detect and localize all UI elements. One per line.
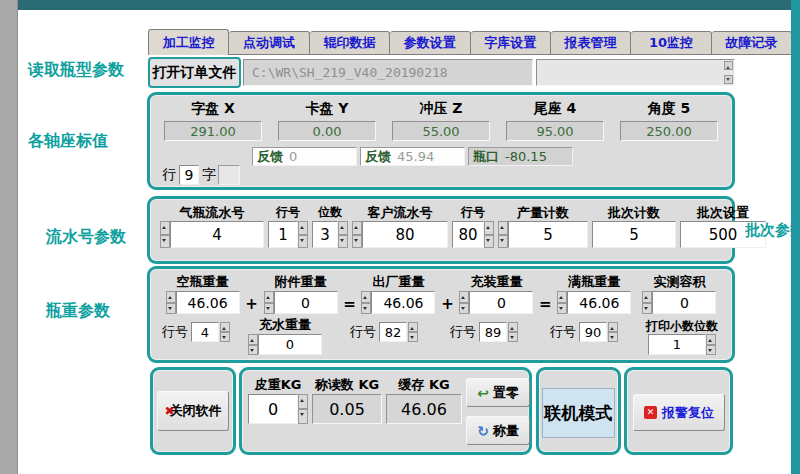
spinner-up-icon[interactable] — [298, 221, 308, 235]
water-weight-spinner[interactable] — [248, 334, 258, 355]
alarm-reset-button[interactable]: ✕ 报警复位 — [633, 394, 725, 431]
spinner-up-icon[interactable] — [166, 291, 176, 303]
spinner-down-icon[interactable] — [338, 235, 348, 249]
full-weight-input[interactable] — [567, 291, 631, 314]
rowno4-spinner[interactable] — [608, 322, 618, 342]
rowno1-spinner[interactable] — [220, 322, 230, 342]
spinner-down-icon[interactable] — [508, 332, 518, 342]
open-order-file-button[interactable]: 打开订单文件 — [148, 57, 241, 88]
spinner-up-icon[interactable] — [220, 322, 230, 332]
empty-weight-spinner[interactable] — [166, 291, 176, 314]
spinner-up-icon[interactable] — [608, 322, 618, 332]
spinner-down-icon[interactable] — [220, 332, 230, 342]
weigh-button[interactable]: ↻ 称量 — [466, 416, 530, 445]
customer-serial-spinner[interactable] — [352, 221, 362, 248]
tare-spinner[interactable] — [298, 394, 308, 424]
close-software-button[interactable]: ✖ 关闭软件 — [157, 391, 229, 431]
spinner-up-icon[interactable] — [557, 291, 567, 303]
spinner-down-icon[interactable] — [608, 332, 618, 342]
tab-roll-print-data[interactable]: 辊印数据 — [310, 31, 390, 55]
serial-row1-input[interactable] — [268, 221, 298, 248]
tare-input[interactable] — [248, 394, 298, 424]
serial-row1-spinner[interactable] — [298, 221, 308, 248]
char-input[interactable] — [218, 165, 240, 185]
fill-weight-input[interactable] — [469, 291, 533, 314]
scroll-down-icon[interactable] — [724, 75, 733, 84]
rowno3-input[interactable] — [479, 322, 507, 342]
spinner-up-icon[interactable] — [706, 334, 716, 345]
customer-serial-input[interactable] — [362, 221, 448, 248]
spinner-up-icon[interactable] — [508, 322, 518, 332]
spinner-up-icon[interactable] — [498, 221, 508, 235]
serial-row2-spinner[interactable] — [484, 221, 494, 248]
water-weight-input[interactable] — [258, 334, 322, 355]
digits-spinner[interactable] — [338, 221, 348, 248]
spinner-up-icon[interactable] — [361, 291, 371, 303]
spinner-up-icon[interactable] — [484, 221, 494, 235]
spinner-down-icon[interactable] — [352, 235, 362, 249]
spinner-down-icon[interactable] — [408, 332, 418, 342]
spinner-down-icon[interactable] — [298, 235, 308, 249]
spinner-down-icon[interactable] — [160, 235, 170, 249]
factory-weight-input[interactable] — [371, 291, 435, 314]
spinner-down-icon[interactable] — [298, 409, 308, 424]
factory-weight-spinner[interactable] — [361, 291, 371, 314]
spinner-down-icon[interactable] — [166, 303, 176, 315]
spinner-up-icon[interactable] — [248, 334, 258, 345]
spinner-up-icon[interactable] — [352, 221, 362, 235]
rowno4-input[interactable] — [579, 322, 607, 342]
spinner-down-icon[interactable] — [557, 303, 567, 315]
bottle-serial-label: 气瓶流水号 — [160, 204, 264, 221]
full-weight-spinner[interactable] — [557, 291, 567, 314]
empty-weight-input[interactable] — [176, 291, 240, 314]
tab-font-library[interactable]: 字库设置 — [471, 31, 551, 55]
rowno3-spinner[interactable] — [508, 322, 518, 342]
bottle-serial-input[interactable] — [170, 221, 264, 248]
zero-button[interactable]: ↩ 置零 — [466, 378, 530, 407]
tab-fault-log[interactable]: 故障记录 — [712, 31, 792, 55]
spinner-up-icon[interactable] — [642, 291, 652, 303]
spinner-down-icon[interactable] — [459, 303, 469, 315]
spinner-down-icon[interactable] — [248, 345, 258, 356]
order-file-listbox[interactable] — [536, 59, 735, 86]
bottle-serial-spinner[interactable] — [160, 221, 170, 248]
digits-input[interactable] — [312, 221, 338, 248]
spinner-down-icon[interactable] — [706, 345, 716, 356]
attachment-weight-spinner[interactable] — [264, 291, 274, 314]
spinner-up-icon[interactable] — [160, 221, 170, 235]
spinner-up-icon[interactable] — [408, 322, 418, 332]
fill-weight-spinner[interactable] — [459, 291, 469, 314]
measured-volume-spinner[interactable] — [642, 291, 652, 314]
print-decimals-spinner[interactable] — [706, 334, 716, 355]
serial-row2-input[interactable] — [452, 221, 484, 248]
spinner-up-icon[interactable] — [459, 291, 469, 303]
row-number-input[interactable] — [179, 165, 199, 185]
scroll-up-icon[interactable] — [724, 61, 733, 70]
print-decimals-input[interactable] — [648, 334, 706, 355]
measured-volume-input[interactable] — [652, 291, 716, 314]
rowno1-input[interactable] — [191, 322, 219, 342]
tab-jog-debug[interactable]: 点动调试 — [229, 31, 309, 55]
spinner-down-icon[interactable] — [642, 303, 652, 315]
batch-count-input[interactable] — [592, 221, 676, 248]
digits-label: 位数 — [312, 204, 348, 221]
tab-report-management[interactable]: 报表管理 — [551, 31, 631, 55]
output-count-spinner[interactable] — [498, 221, 508, 248]
tab-machining-monitor[interactable]: 加工监控 — [148, 29, 229, 55]
tab-io-monitor[interactable]: 10监控 — [631, 31, 711, 55]
spinner-up-icon[interactable] — [264, 291, 274, 303]
rowno2-input[interactable] — [379, 322, 407, 342]
spinner-down-icon[interactable] — [498, 235, 508, 249]
output-count-input[interactable] — [508, 221, 588, 248]
attachment-weight-input[interactable] — [274, 291, 338, 314]
rowno2-spinner[interactable] — [408, 322, 418, 342]
spinner-down-icon[interactable] — [484, 235, 494, 249]
weigh-refresh-icon: ↻ — [477, 423, 489, 439]
spinner-up-icon[interactable] — [338, 221, 348, 235]
spinner-down-icon[interactable] — [264, 303, 274, 315]
tab-parameter-settings[interactable]: 参数设置 — [390, 31, 470, 55]
order-file-path-field[interactable]: C:\WR\SH_219_V40_20190218 — [243, 59, 533, 86]
online-mode-button[interactable]: 联机模式 — [542, 388, 615, 438]
spinner-down-icon[interactable] — [361, 303, 371, 315]
spinner-up-icon[interactable] — [298, 394, 308, 409]
